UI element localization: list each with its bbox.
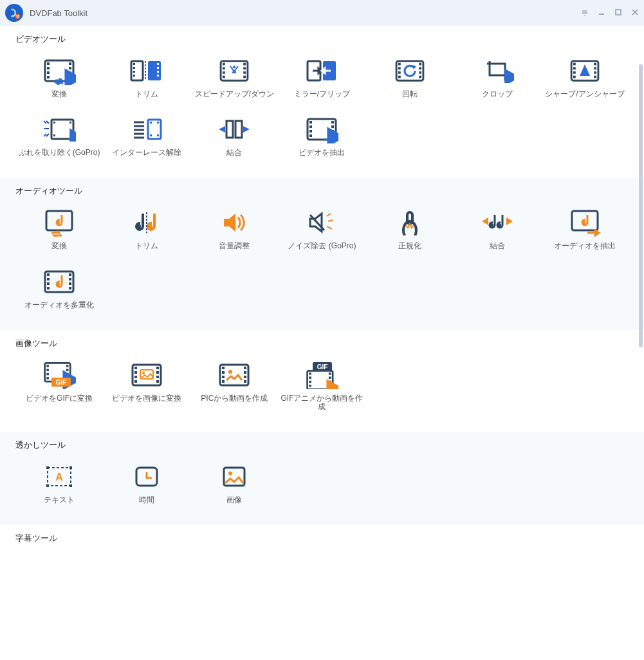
tool-audio-merge[interactable]: 結合 (454, 205, 541, 259)
svg-rect-43 (150, 122, 152, 124)
app-logo (5, 4, 23, 22)
svg-point-55 (147, 224, 152, 229)
tool-video-convert[interactable]: 変換 (15, 53, 103, 107)
audio-trim-icon (130, 210, 163, 235)
trim-icon (130, 58, 163, 84)
svg-rect-15 (133, 63, 135, 65)
svg-rect-78 (46, 466, 49, 469)
tool-video-speed[interactable]: スピードアップ/ダウン (190, 53, 278, 107)
tool-video-sharpen[interactable]: シャープ/アンシャープ (541, 53, 629, 107)
tool-label: オーディオを多重化 (24, 301, 94, 309)
tool-video-mirror[interactable]: ミラー/フリップ (278, 53, 365, 107)
tool-label: GIFアニメから動画を作成 (278, 394, 365, 411)
svg-rect-13 (616, 10, 621, 15)
svg-marker-29 (322, 68, 325, 73)
svg-rect-33 (53, 122, 55, 124)
tool-label: 正規化 (398, 242, 421, 250)
minimize-button[interactable] (598, 8, 605, 17)
tool-video-trim[interactable]: トリム (103, 53, 190, 107)
tool-label: スピードアップ/ダウン (195, 90, 274, 98)
tool-video-crop[interactable]: クロップ (454, 53, 541, 107)
svg-point-69 (56, 282, 60, 286)
svg-rect-18 (133, 75, 135, 77)
tool-watermark-image[interactable]: 画像 (190, 459, 278, 513)
denoise-icon (305, 210, 338, 235)
tool-watermark-time[interactable]: 時間 (103, 459, 190, 513)
svg-rect-16 (133, 67, 135, 69)
svg-line-58 (327, 214, 331, 216)
tool-watermark-text[interactable]: A テキスト (15, 459, 103, 513)
svg-rect-22 (157, 71, 159, 73)
svg-line-59 (328, 220, 333, 221)
svg-rect-80 (46, 484, 49, 487)
tool-label: 結合 (226, 149, 242, 157)
section-video: ビデオツール 変換 トリム スピードアップ/ダウン ミラー/フリップ 回転 (0, 26, 644, 178)
scrollbar-thumb[interactable] (639, 64, 643, 347)
tool-video-rotate[interactable]: 回転 (366, 53, 454, 107)
tool-label: 結合 (490, 242, 505, 250)
tool-label: トリム (135, 90, 158, 98)
sharpen-icon (568, 58, 602, 84)
tool-label: トリム (135, 242, 158, 250)
svg-text:GIF: GIF (56, 379, 67, 386)
tool-label: 画像 (226, 496, 242, 504)
close-button[interactable] (631, 8, 639, 17)
svg-marker-68 (595, 230, 599, 235)
tool-audio-mux[interactable]: オーディオを多重化 (15, 264, 103, 318)
tool-label: 音量調整 (219, 242, 250, 250)
menu-button[interactable] (581, 8, 589, 17)
tool-label: ビデオを抽出 (299, 149, 345, 157)
volume-icon (217, 210, 251, 235)
tool-audio-extract[interactable]: オーディオを抽出 (541, 205, 629, 259)
tool-video-to-image[interactable]: ビデオを画像に変換 (103, 357, 190, 420)
tool-audio-normalize[interactable]: 正規化 (366, 205, 454, 259)
wm-text-icon: A (42, 464, 76, 490)
tool-audio-convert[interactable]: 変換 (15, 205, 103, 259)
rotate-icon (393, 58, 427, 84)
pic-to-video-icon (217, 362, 251, 388)
svg-rect-48 (235, 121, 242, 138)
svg-rect-79 (69, 466, 72, 469)
merge-icon (217, 116, 251, 142)
maximize-button[interactable] (614, 8, 622, 17)
tool-gif-to-video[interactable]: GIF GIFアニメから動画を作成 (278, 357, 365, 420)
tool-audio-denoise[interactable]: ノイズ除去 (GoPro) (278, 205, 365, 259)
mirror-icon (305, 58, 338, 84)
tool-video-deinterlace[interactable]: インターレース解除 (103, 111, 190, 166)
tool-label: ビデオをGIFに変換 (26, 394, 93, 403)
svg-rect-46 (157, 134, 159, 136)
svg-marker-65 (506, 217, 513, 225)
tool-label: PICから動画を作成 (201, 394, 268, 403)
convert-icon (42, 58, 76, 84)
audio-extract-icon (568, 210, 602, 235)
normalize-icon (393, 210, 427, 235)
svg-rect-20 (157, 63, 159, 65)
tool-video-merge[interactable]: 結合 (190, 111, 278, 166)
svg-rect-81 (69, 484, 72, 487)
wm-time-icon (130, 464, 163, 490)
section-subtitle: 字幕ツール (0, 525, 644, 564)
svg-marker-64 (482, 217, 488, 225)
svg-point-24 (233, 70, 236, 73)
section-audio: オーディオツール 変換 トリム 音量調整 ノイズ除去 (GoPro) 正規化 (0, 178, 644, 329)
tool-video-to-gif[interactable]: GIF ビデオをGIFに変換 (15, 357, 103, 420)
tool-label: 変換 (51, 242, 67, 250)
audio-convert-icon (42, 210, 76, 235)
svg-rect-34 (53, 134, 55, 136)
app-title: DVDFab Toolkit (30, 8, 87, 18)
speed-icon (217, 58, 251, 84)
svg-line-60 (327, 226, 332, 229)
tool-label: 時間 (139, 496, 154, 504)
tool-video-extract[interactable]: ビデオを抽出 (278, 111, 365, 166)
section-title-audio: オーディオツール (15, 185, 629, 197)
tool-pic-to-video[interactable]: PICから動画を作成 (190, 357, 278, 420)
tool-audio-volume[interactable]: 音量調整 (190, 205, 278, 259)
tool-audio-trim[interactable]: トリム (103, 205, 190, 259)
video-to-image-icon (130, 362, 163, 388)
svg-point-54 (136, 224, 141, 229)
section-title-subtitle: 字幕ツール (15, 533, 629, 544)
tool-video-stabilize[interactable]: ぶれを取り除く(GoPro) (15, 111, 103, 166)
section-title-watermark: 透かしツール (15, 439, 629, 451)
tool-label: ノイズ除去 (GoPro) (288, 242, 356, 250)
tool-label: 回転 (402, 90, 418, 98)
